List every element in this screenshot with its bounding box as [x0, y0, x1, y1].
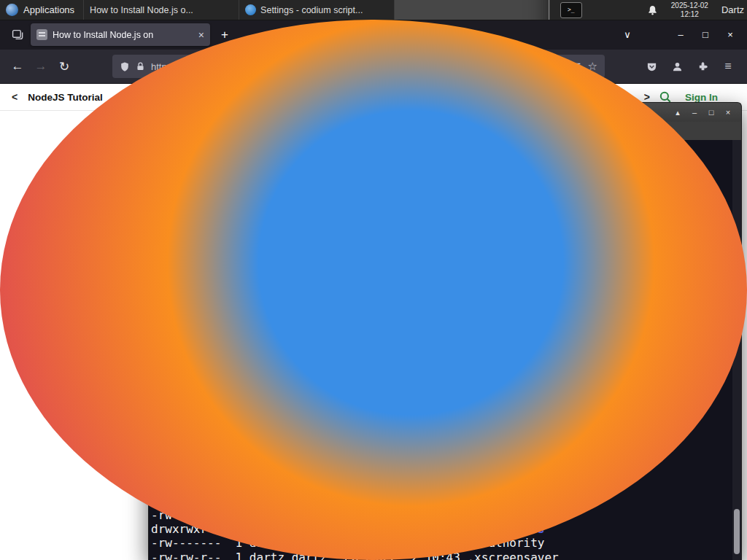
terminal-shade-button[interactable]: ▴	[670, 108, 685, 117]
clock[interactable]: 2025-12-02 12:12	[664, 0, 716, 20]
browser-minimize-button[interactable]: –	[668, 25, 693, 45]
terminal-maximize-button[interactable]: □	[704, 108, 719, 117]
forward-button[interactable]: →	[29, 55, 53, 78]
nav-scroll-left-icon[interactable]: <	[9, 91, 20, 103]
codium-icon	[245, 4, 256, 15]
tracking-shield-icon[interactable]	[120, 61, 130, 72]
terminal-close-button[interactable]: ×	[721, 108, 735, 117]
tray-terminal-icon[interactable]: >_	[560, 2, 582, 18]
taskbar: How to Install Node.js o...Settings - co…	[83, 0, 550, 20]
user-menu-button[interactable]: Dartz	[716, 0, 747, 20]
account-icon[interactable]	[665, 55, 689, 78]
taskbar-button-label: How to Install Node.js o...	[90, 5, 193, 15]
system-tray: >_	[560, 0, 582, 20]
nav-scroll-right-icon[interactable]: >	[641, 91, 653, 103]
applications-menu-icon	[6, 4, 18, 16]
taskbar-button-firefox[interactable]: How to Install Node.js o...	[84, 0, 239, 20]
firefox-view-icon	[12, 28, 24, 41]
bell-icon	[647, 4, 658, 16]
pocket-icon[interactable]	[640, 55, 663, 78]
list-all-tabs-button[interactable]: ∨	[617, 25, 638, 45]
scrollbar-thumb[interactable]	[734, 509, 740, 554]
desktop: Applications How to Install Node.js o...…	[0, 0, 747, 560]
tab-close-button[interactable]: ×	[198, 29, 204, 41]
browser-tab[interactable]: How to Install Node.js on ×	[31, 23, 210, 46]
tab-title: How to Install Node.js on	[53, 30, 193, 40]
menu-icon[interactable]: ≡	[716, 55, 740, 78]
site-nav-link[interactable]: NodeJS Tutorial	[28, 92, 103, 103]
terminal-window-controls: ▴ – □ ×	[670, 108, 735, 117]
toolbar-icons: ≡	[640, 55, 740, 78]
sign-in-button[interactable]: Sign In	[685, 92, 718, 103]
browser-close-button[interactable]: ×	[718, 25, 743, 45]
taskbar-button-terminal[interactable]: Terminal - dartz@vm3: ~	[395, 0, 550, 20]
browser-window-controls: – □ ×	[668, 25, 743, 45]
applications-menu-label: Applications	[23, 4, 74, 15]
reload-button[interactable]: ↻	[53, 55, 76, 78]
clock-time: 12:12	[671, 10, 708, 19]
back-button[interactable]: ←	[6, 55, 29, 78]
browser-maximize-button[interactable]: □	[693, 25, 718, 45]
terminal-icon	[549, 0, 550, 20]
applications-menu-button[interactable]: Applications	[0, 0, 83, 20]
top-panel: Applications How to Install Node.js o...…	[0, 0, 747, 20]
lock-icon[interactable]	[136, 61, 145, 71]
taskbar-button-codium[interactable]: Settings - codium script...	[239, 0, 395, 20]
tab-favicon	[36, 29, 47, 40]
clock-date: 2025-12-02	[671, 1, 708, 10]
notifications-bell-button[interactable]	[642, 0, 664, 20]
taskbar-button-label: Settings - codium script...	[260, 5, 363, 15]
firefox-view-button[interactable]	[7, 25, 28, 45]
terminal-minimize-button[interactable]: –	[687, 108, 702, 117]
tray-terminal-glyph: >_	[568, 7, 575, 13]
extensions-icon[interactable]	[691, 55, 714, 78]
